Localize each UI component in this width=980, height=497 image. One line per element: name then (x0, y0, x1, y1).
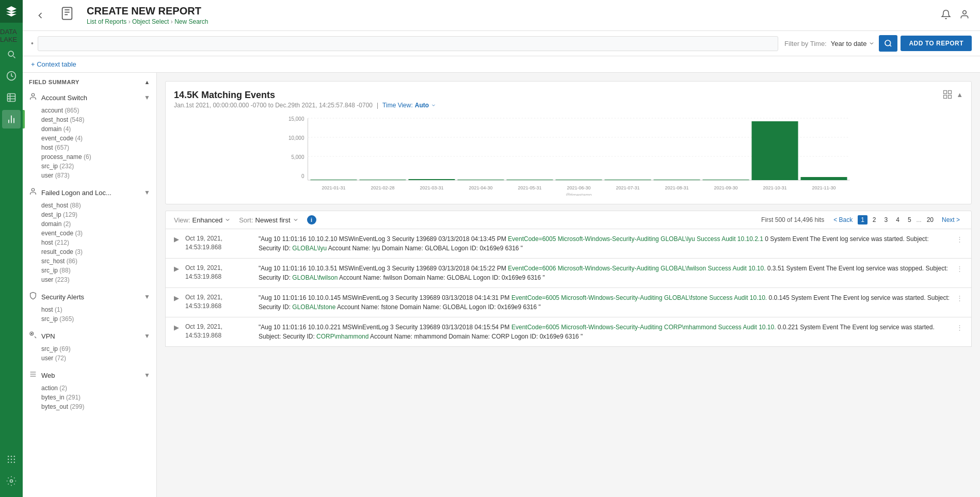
vpn-icon (29, 331, 37, 341)
event-menu-icon[interactable]: ⋮ (956, 294, 963, 302)
field-item[interactable]: bytes_out (299) (41, 402, 150, 411)
vpn-header[interactable]: VPN ▼ (23, 328, 156, 344)
event-menu-icon[interactable]: ⋮ (956, 235, 963, 243)
field-item[interactable]: user (72) (41, 354, 150, 363)
field-item[interactable]: src_ip (88) (41, 266, 150, 275)
breadcrumb: List of Reports › Object Select › New Se… (87, 18, 208, 25)
event-text: "Aug 10 11:01:16 10.10.2.10 MSWinEventLo… (259, 234, 950, 253)
field-item[interactable]: dest_ip (129) (41, 210, 150, 219)
search-input[interactable] (38, 36, 778, 51)
svg-point-9 (11, 462, 12, 463)
chart-type-icon[interactable] (943, 90, 952, 99)
event-row[interactable]: ▶ Oct 19, 2021,14:53:19.868 "Aug 10 11:0… (165, 288, 972, 317)
svg-text:2021-11-30: 2021-11-30 (812, 185, 836, 190)
nav-table-icon[interactable] (2, 88, 21, 107)
event-timestamp: Oct 19, 2021,14:53:19.868 (185, 293, 252, 311)
expand-button[interactable]: ▶ (174, 324, 179, 331)
nav-barchart-icon[interactable] (2, 110, 21, 129)
sort-dropdown[interactable]: Sort: Newest first (239, 216, 298, 224)
app-name: DATA LAKE (0, 28, 23, 43)
field-item[interactable]: dest_host (88) (41, 201, 150, 210)
prev-page-button[interactable]: < Back (830, 215, 856, 225)
back-button[interactable] (33, 8, 47, 23)
svg-rect-35 (458, 180, 504, 180)
page-20-button[interactable]: 20 (924, 215, 937, 225)
breadcrumb-root[interactable]: List of Reports (87, 18, 126, 25)
page-4-button[interactable]: 4 (893, 215, 903, 225)
nav-dotsgrid-icon[interactable] (2, 450, 21, 469)
failed-logon-icon (29, 187, 37, 198)
svg-rect-32 (311, 180, 357, 180)
pagination: First 500 of 14,496 hits < Back 1 2 3 4 … (761, 215, 963, 225)
event-row[interactable]: ▶ Oct 19, 2021,14:53:19.868 "Aug 10 11:0… (165, 229, 972, 259)
field-summary-title: FIELD SUMMARY (29, 79, 79, 85)
nav-settings-icon[interactable] (2, 472, 21, 490)
account-switch-header[interactable]: Account Switch ▼ (23, 89, 156, 106)
field-item[interactable]: process_name (6) (41, 152, 150, 162)
bell-icon[interactable] (941, 9, 951, 21)
field-item[interactable]: domain (4) (41, 124, 150, 134)
field-item[interactable]: src_ip (365) (41, 314, 150, 324)
field-item[interactable]: host (1) (41, 305, 150, 314)
time-view[interactable]: Time View: Auto (382, 102, 436, 109)
nav-search-icon[interactable] (2, 45, 21, 63)
page-3-button[interactable]: 3 (881, 215, 891, 225)
svg-rect-20 (949, 91, 952, 94)
field-item[interactable]: host (657) (41, 143, 150, 152)
nav-clock-icon[interactable] (2, 67, 21, 85)
event-menu-icon[interactable]: ⋮ (956, 324, 963, 331)
svg-point-8 (8, 462, 9, 463)
view-dropdown[interactable]: View: Enhanced (174, 216, 231, 224)
page-1-button[interactable]: 1 (858, 215, 867, 225)
filter-time: Filter by Time: Year to date (784, 40, 875, 47)
field-item[interactable]: account (865) (41, 106, 150, 115)
svg-point-14 (885, 40, 891, 46)
field-summary-toggle[interactable]: ▲ (144, 79, 150, 85)
chart-collapse-icon[interactable]: ▲ (956, 91, 963, 99)
event-text: "Aug 10 11:01:16 10.10.0.145 MSWinEventL… (259, 293, 950, 312)
user-icon[interactable] (959, 9, 970, 21)
filter-label: Filter by Time: (784, 40, 827, 47)
page-5-button[interactable]: 5 (905, 215, 914, 225)
add-to-report-button[interactable]: ADD TO REPORT (901, 36, 972, 51)
event-row[interactable]: ▶ Oct 19, 2021,14:53:19.868 "Aug 10 11:0… (165, 259, 972, 288)
web-icon (29, 370, 37, 380)
next-page-button[interactable]: Next > (939, 215, 963, 225)
field-item[interactable]: src_host (86) (41, 256, 150, 266)
event-menu-icon[interactable]: ⋮ (956, 265, 963, 272)
failed-logon-header[interactable]: Failed Logon and Loc... ▼ (23, 184, 156, 201)
main-area: CREATE NEW REPORT List of Reports › Obje… (23, 0, 980, 497)
field-item[interactable]: event_code (3) (41, 229, 150, 238)
chart-header: 14.5K Matching Events Jan.1st 2021, 00:0… (174, 90, 963, 109)
web-fields: action (2) bytes_in (291) bytes_out (299… (23, 383, 156, 413)
expand-button[interactable]: ▶ (174, 294, 179, 302)
expand-button[interactable]: ▶ (174, 235, 179, 243)
search-button[interactable] (879, 35, 897, 52)
header-text: CREATE NEW REPORT List of Reports › Obje… (87, 5, 208, 25)
field-item[interactable]: bytes_in (291) (41, 393, 150, 402)
info-icon[interactable]: i (307, 215, 316, 225)
expand-button[interactable]: ▶ (174, 265, 179, 272)
field-item[interactable]: src_ip (69) (41, 344, 150, 354)
field-item[interactable]: event_code (4) (41, 134, 150, 143)
context-table-link[interactable]: + Context table (31, 60, 972, 68)
field-item[interactable]: result_code (3) (41, 247, 150, 256)
filter-value[interactable]: Year to date (831, 40, 875, 47)
svg-rect-34 (409, 179, 455, 180)
field-item[interactable]: host (212) (41, 238, 150, 247)
svg-rect-1 (8, 94, 15, 102)
field-item[interactable]: user (873) (41, 171, 150, 180)
field-item[interactable]: src_ip (232) (41, 162, 150, 171)
breadcrumb-parent[interactable]: Object Select (132, 18, 169, 25)
event-row[interactable]: ▶ Oct 19, 2021,14:53:19.868 "Aug 10 11:0… (165, 317, 972, 347)
field-item[interactable]: domain (2) (41, 219, 150, 229)
svg-rect-42 (801, 177, 847, 180)
field-item[interactable]: dest_host (548) (41, 115, 150, 124)
page-2-button[interactable]: 2 (870, 215, 879, 225)
field-item[interactable]: user (223) (41, 275, 150, 284)
security-alerts-header[interactable]: Security Alerts ▼ (23, 288, 156, 305)
field-item[interactable]: action (2) (41, 383, 150, 393)
context-bar: + Context table (23, 56, 980, 73)
web-header[interactable]: Web ▼ (23, 367, 156, 383)
event-timestamp: Oct 19, 2021,14:53:19.868 (185, 323, 252, 340)
